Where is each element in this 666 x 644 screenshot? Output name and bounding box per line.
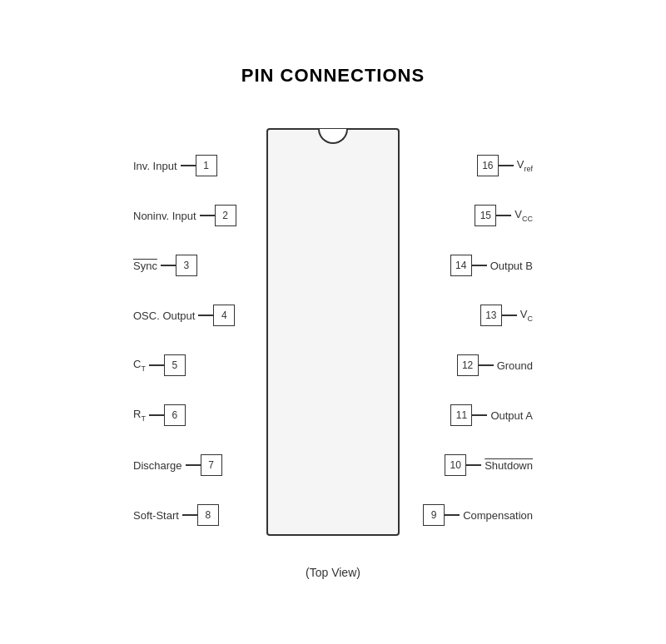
pin-7-line bbox=[186, 464, 201, 466]
pin-8-box: 8 bbox=[197, 504, 219, 526]
pin-9-line bbox=[445, 514, 460, 516]
ic-notch bbox=[318, 129, 348, 144]
pin-8-label: Soft-Start bbox=[133, 509, 179, 522]
pin-row-10: Shutdown 10 bbox=[445, 454, 533, 476]
pin-15-box: 15 bbox=[475, 205, 496, 226]
pin-10-label: Shutdown bbox=[485, 459, 533, 472]
pin-14-box: 14 bbox=[450, 255, 472, 276]
pin-3-line bbox=[161, 265, 176, 266]
top-view-label: (Top View) bbox=[306, 566, 360, 579]
pin-row-16: Vref 16 bbox=[477, 155, 533, 176]
pin-row-2: Noninv. Input 2 bbox=[133, 205, 236, 226]
pin-1-box: 1 bbox=[196, 155, 217, 176]
pin-12-label: Ground bbox=[497, 359, 533, 372]
pin-15-line bbox=[496, 215, 511, 216]
pin-5-label: CT bbox=[133, 358, 146, 373]
pin-row-1: Inv. Input 1 bbox=[133, 155, 217, 176]
pin-10-box: 10 bbox=[445, 454, 466, 476]
pin-11-line bbox=[472, 414, 487, 416]
pin-2-line bbox=[200, 215, 215, 216]
pin-13-label: VC bbox=[520, 308, 533, 323]
pin-2-label: Noninv. Input bbox=[133, 210, 196, 222]
pin-4-label: OSC. Output bbox=[133, 310, 195, 322]
pin-6-box: 6 bbox=[164, 404, 186, 426]
pin-row-11: Output A 11 bbox=[450, 404, 533, 426]
pin-3-box: 3 bbox=[176, 255, 197, 276]
pin-9-box: 9 bbox=[423, 504, 445, 526]
pin-row-14: Output B 14 bbox=[450, 255, 533, 276]
pin-15-label: VCC bbox=[514, 208, 533, 223]
pin-row-7: Discharge 7 bbox=[133, 454, 222, 476]
pin-13-line bbox=[502, 315, 517, 316]
pin-8-line bbox=[182, 514, 197, 516]
pin-13-box: 13 bbox=[480, 305, 502, 326]
pin-row-4: OSC. Output 4 bbox=[133, 305, 235, 326]
pin-11-label: Output A bbox=[490, 409, 533, 422]
pin-16-box: 16 bbox=[477, 155, 499, 176]
pin-row-8: Soft-Start 8 bbox=[133, 504, 219, 526]
pin-12-box: 12 bbox=[457, 354, 479, 376]
page-title: PIN CONNECTIONS bbox=[241, 65, 425, 87]
pin-16-label: Vref bbox=[517, 158, 533, 173]
pin-11-box: 11 bbox=[450, 404, 472, 426]
pin-14-label: Output B bbox=[490, 260, 533, 272]
pin-6-label: RT bbox=[133, 408, 146, 423]
ic-body bbox=[266, 128, 400, 536]
pin-5-box: 5 bbox=[164, 354, 186, 376]
pin-row-3: Sync 3 bbox=[133, 255, 197, 276]
pin-16-line bbox=[499, 165, 514, 166]
pin-4-line bbox=[198, 315, 213, 316]
pin-3-label: Sync bbox=[133, 260, 157, 272]
pin-7-label: Discharge bbox=[133, 459, 182, 472]
pin-14-line bbox=[472, 265, 487, 266]
pin-row-9: Compensation 9 bbox=[423, 504, 533, 526]
pin-row-5: CT 5 bbox=[133, 354, 186, 376]
pin-2-box: 2 bbox=[215, 205, 236, 226]
pin-row-15: VCC 15 bbox=[475, 205, 533, 226]
pin-row-13: VC 13 bbox=[480, 305, 533, 326]
pin-4-box: 4 bbox=[213, 305, 235, 326]
pin-diagram: Inv. Input 1 Noninv. Input 2 Sync 3 OSC.… bbox=[133, 111, 533, 552]
pin-row-6: RT 6 bbox=[133, 404, 186, 426]
pin-12-line bbox=[479, 364, 494, 366]
pin-10-line bbox=[466, 464, 481, 466]
pin-5-line bbox=[149, 364, 164, 366]
pin-1-line bbox=[181, 165, 196, 166]
pin-7-box: 7 bbox=[201, 454, 222, 476]
pin-9-label: Compensation bbox=[463, 509, 533, 522]
pin-1-label: Inv. Input bbox=[133, 160, 177, 172]
pin-row-12: Ground 12 bbox=[457, 354, 533, 376]
pin-6-line bbox=[149, 414, 164, 416]
